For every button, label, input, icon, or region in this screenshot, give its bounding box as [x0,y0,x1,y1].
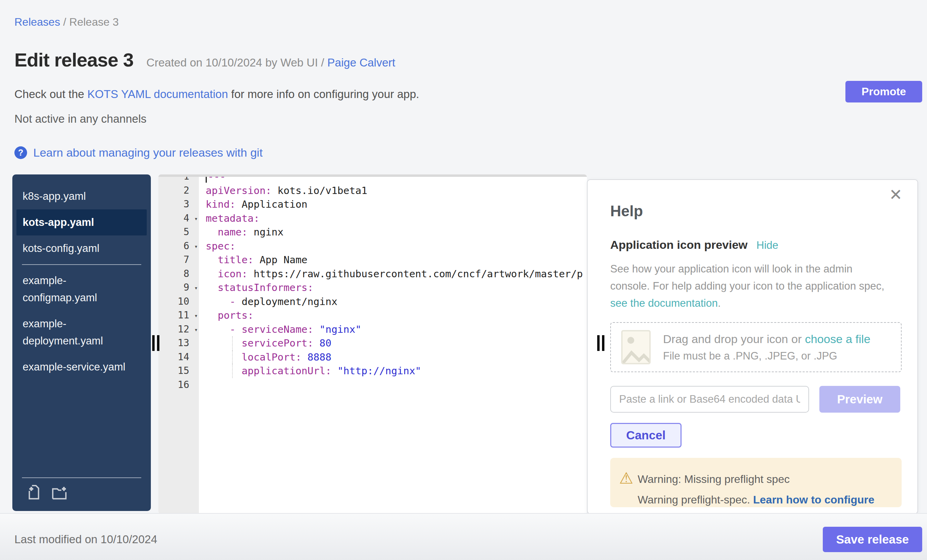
code-line-8[interactable]: 8 icon: https://raw.githubusercontent.co… [158,267,587,281]
title-row: Edit release 3 Created on 10/10/2024 by … [14,49,395,71]
preflight-warning-box: ⚠ Warning: Missing preflight spec Warnin… [610,458,902,507]
code-line-3[interactable]: 3kind: Application [158,197,587,211]
see-documentation-link[interactable]: see the documentation [610,297,718,309]
help-panel: ✕ Help Application icon preview Hide See… [587,179,918,514]
icon-dropzone[interactable]: Drag and drop your icon or choose a file… [610,322,902,372]
line-number: 5 [158,225,199,239]
add-folder-icon[interactable] [52,485,67,502]
warning-detail: Warning preflight-spec. Learn how to con… [638,493,875,506]
image-placeholder-icon [621,330,651,364]
code-line-6[interactable]: 6▾spec: [158,239,587,253]
fold-arrow-icon[interactable]: ▾ [195,240,198,253]
code-line-10[interactable]: 10 - deployment/nginx [158,295,587,309]
line-number: 3 [158,197,199,211]
breadcrumb-current: Release 3 [69,16,119,28]
git-help-row: ? Learn about managing your releases wit… [14,146,263,159]
channel-status: Not active in any channels [14,112,146,126]
line-number: 7 [158,253,199,267]
code-line-14[interactable]: 14 localPort: 8888 [158,350,587,364]
line-number: 6▾ [158,239,199,253]
last-modified-text: Last modified on 10/10/2024 [14,533,157,546]
release-editor-page: Releases / Release 3 Edit release 3 Crea… [0,0,927,560]
breadcrumb-releases-link[interactable]: Releases [14,16,60,28]
learn-configure-link[interactable]: Learn how to configure [753,493,875,506]
add-file-icon[interactable] [26,485,42,502]
dropzone-filetypes: File must be a .PNG, .JPEG, or .JPG [663,350,871,362]
icon-preview-description: See how your application icon will look … [610,261,895,312]
code-line-13[interactable]: 13 servicePort: 80 [158,336,587,350]
editor-top-strip [158,175,587,177]
cancel-button[interactable]: Cancel [610,423,682,448]
dropzone-instruction: Drag and drop your icon or choose a file [663,332,871,346]
line-number: 13 [158,336,199,350]
choose-file-link[interactable]: choose a file [805,332,871,346]
file-item-k8s-app.yaml[interactable]: k8s-app.yaml [17,184,147,209]
hide-link[interactable]: Hide [757,239,778,252]
file-tree-divider [22,264,141,265]
line-number: 2 [158,184,199,198]
line-number: 15 [158,364,199,378]
icon-preview-section-title: Application icon preview [610,238,748,252]
code-line-16[interactable]: 16 [158,378,587,392]
file-item-example-deployment.yaml[interactable]: example-deployment.yaml [17,311,147,354]
breadcrumb-separator: / [60,16,69,28]
file-item-example-service.yaml[interactable]: example-service.yaml [17,354,147,380]
question-icon: ? [14,146,27,159]
file-item-kots-config.yaml[interactable]: kots-config.yaml [17,235,147,261]
line-number: 12▾ [158,322,199,337]
code-line-7[interactable]: 7 title: App Name [158,253,587,267]
line-number: 9▾ [158,281,199,295]
yaml-editor[interactable]: 1---2apiVersion: kots.io/v1beta13kind: A… [158,175,587,514]
help-panel-resize-handle[interactable] [597,335,605,351]
file-tree-footer [12,477,151,511]
code-line-12[interactable]: 12▾ - serviceName: "nginx" [158,322,587,337]
page-title: Edit release 3 [14,49,133,71]
fold-arrow-icon[interactable]: ▾ [195,212,198,226]
line-number: 14 [158,350,199,364]
doc-line: Check out the KOTS YAML documentation fo… [14,88,419,101]
line-number: 10 [158,295,199,309]
icon-url-input[interactable] [610,386,809,413]
code-line-2[interactable]: 2apiVersion: kots.io/v1beta1 [158,184,587,198]
file-item-kots-app.yaml[interactable]: kots-app.yaml [17,209,147,235]
help-title: Help [610,203,900,220]
warning-title: Warning: Missing preflight spec [638,473,790,486]
code-line-15[interactable]: 15 applicationUrl: "http://nginx" [158,364,587,378]
line-number: 8 [158,267,199,281]
line-number: 4▾ [158,211,199,226]
breadcrumb: Releases / Release 3 [14,16,119,29]
promote-button[interactable]: Promote [845,81,922,102]
fold-arrow-icon[interactable]: ▾ [195,281,198,295]
code-lines: 1---2apiVersion: kots.io/v1beta13kind: A… [158,175,587,392]
warning-icon: ⚠ [619,470,633,486]
file-item-example-configmap.yaml[interactable]: example-configmap.yaml [17,268,147,311]
code-line-11[interactable]: 11▾ ports: [158,308,587,322]
line-number: 16 [158,378,199,392]
code-line-9[interactable]: 9▾ statusInformers: [158,281,587,295]
author-link[interactable]: Paige Calvert [327,56,395,69]
sidebar-resize-handle[interactable] [152,335,160,351]
preview-button[interactable]: Preview [819,386,900,413]
git-releases-link[interactable]: Learn about managing your releases with … [33,146,263,159]
footer-bar: Last modified on 10/10/2024 Save release [0,513,927,560]
code-line-5[interactable]: 5 name: nginx [158,225,587,239]
save-release-button[interactable]: Save release [823,527,922,552]
kots-yaml-doc-link[interactable]: KOTS YAML documentation [87,88,228,100]
file-sidebar: k8s-app.yamlkots-app.yamlkots-config.yam… [12,175,151,511]
fold-arrow-icon[interactable]: ▾ [195,323,198,337]
created-meta: Created on 10/10/2024 by Web UI / Paige … [146,56,395,69]
code-line-4[interactable]: 4▾metadata: [158,211,587,226]
line-number: 11▾ [158,308,199,322]
file-tree: k8s-app.yamlkots-app.yamlkots-config.yam… [12,175,151,380]
fold-arrow-icon[interactable]: ▾ [195,309,198,323]
